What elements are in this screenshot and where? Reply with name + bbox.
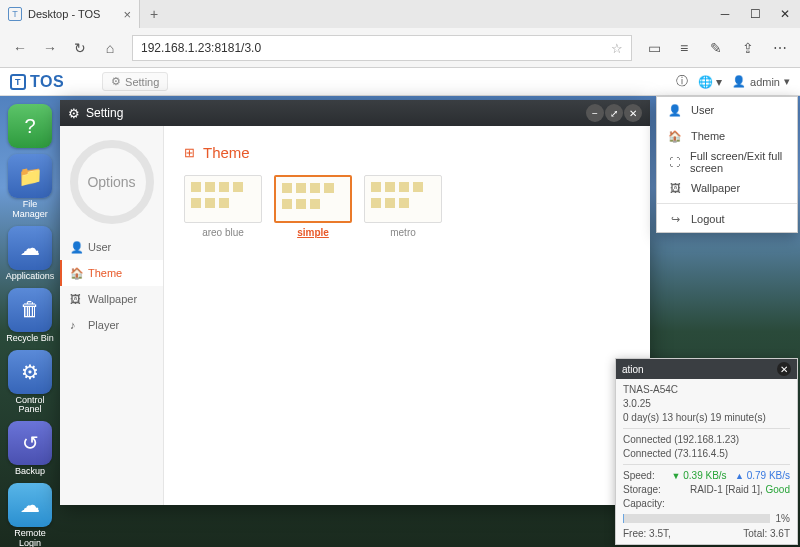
user-dropdown-menu: 👤User🏠Theme⛶Full screen/Exit full screen… bbox=[656, 96, 798, 233]
capacity-bar bbox=[623, 514, 770, 523]
window-close-button[interactable]: ✕ bbox=[624, 104, 642, 122]
info-uptime: 0 day(s) 13 hour(s) 19 minute(s) bbox=[623, 412, 790, 423]
notes-icon[interactable]: ✎ bbox=[702, 34, 730, 62]
info-hostname: TNAS-A54C bbox=[623, 384, 790, 395]
options-circle: Options bbox=[70, 140, 154, 224]
taskbar-item-setting[interactable]: ⚙ Setting bbox=[102, 72, 168, 91]
info-icon[interactable]: ⓘ bbox=[676, 73, 688, 90]
sidebar-item-user[interactable]: 👤User bbox=[60, 234, 163, 260]
dock-label: Remote Login bbox=[14, 529, 46, 547]
sidebar-item-player[interactable]: ♪Player bbox=[60, 312, 163, 338]
capacity-percent: 1% bbox=[776, 513, 790, 524]
info-speed-row: Speed: ▼ 0.39 KB/s ▲ 0.79 KB/s bbox=[623, 470, 790, 481]
dock-item[interactable]: ? bbox=[4, 104, 56, 148]
reading-list-icon[interactable]: ▭ bbox=[640, 34, 668, 62]
dock-icon: ⚙ bbox=[8, 350, 52, 394]
theme-card-simple[interactable]: simple bbox=[274, 175, 352, 238]
window-buttons: ─ ☐ ✕ bbox=[710, 0, 800, 28]
window-close-button[interactable]: ✕ bbox=[770, 0, 800, 28]
tos-desktop: T TOS ⚙ Setting ⓘ 🌐 ▾ 👤 admin ▾ ?📁File M… bbox=[0, 68, 800, 547]
taskbar-item-label: Setting bbox=[125, 76, 159, 88]
dock-item[interactable]: ⚙Control Panel bbox=[4, 350, 56, 416]
window-minimize-button[interactable]: ─ bbox=[710, 0, 740, 28]
nav-refresh-button[interactable]: ↻ bbox=[66, 34, 94, 62]
info-panel-header[interactable]: ation ✕ bbox=[616, 359, 797, 379]
theme-thumbnail bbox=[184, 175, 262, 223]
dock-icon: ☁ bbox=[8, 226, 52, 270]
themes-row: areo blue simple metro bbox=[184, 175, 630, 238]
user-icon: 👤 bbox=[70, 241, 82, 253]
dock-icon: 🗑 bbox=[8, 288, 52, 332]
theme-header: ⊞ Theme bbox=[184, 144, 630, 161]
menu-item-label: User bbox=[691, 104, 714, 116]
more-icon[interactable]: ⋯ bbox=[766, 34, 794, 62]
gear-icon: ⚙ bbox=[111, 75, 121, 88]
sidebar-item-label: Wallpaper bbox=[88, 293, 137, 305]
info-panel-title: ation bbox=[622, 364, 644, 375]
menu-item-icon: 🖼 bbox=[669, 182, 681, 194]
storage-label: Storage: bbox=[623, 484, 661, 495]
tab-close-icon[interactable]: × bbox=[123, 7, 131, 22]
globe-icon[interactable]: 🌐 ▾ bbox=[698, 75, 722, 89]
dock-icon: ↺ bbox=[8, 421, 52, 465]
nav-home-button[interactable]: ⌂ bbox=[96, 34, 124, 62]
sidebar-item-theme[interactable]: 🏠Theme bbox=[60, 260, 163, 286]
window-controls: − ⤢ ✕ bbox=[586, 104, 642, 122]
share-icon[interactable]: ⇪ bbox=[734, 34, 762, 62]
info-version: 3.0.25 bbox=[623, 398, 790, 409]
theme-card-areo-blue[interactable]: areo blue bbox=[184, 175, 262, 238]
menu-item-theme[interactable]: 🏠Theme bbox=[657, 123, 797, 149]
browser-nav-row: ← → ↻ ⌂ 192.168.1.23:8181/3.0 ☆ ▭ ≡ ✎ ⇪ … bbox=[0, 28, 800, 68]
storage-status: Good bbox=[766, 484, 790, 495]
tos-logo[interactable]: T TOS bbox=[10, 73, 64, 91]
menu-item-user[interactable]: 👤User bbox=[657, 97, 797, 123]
theme-name: areo blue bbox=[202, 227, 244, 238]
sidebar-item-wallpaper[interactable]: 🖼Wallpaper bbox=[60, 286, 163, 312]
window-maximize-button[interactable]: ⤢ bbox=[605, 104, 623, 122]
settings-window-titlebar[interactable]: ⚙ Setting − ⤢ ✕ bbox=[60, 100, 650, 126]
new-tab-button[interactable]: + bbox=[140, 6, 168, 22]
tos-logo-icon: T bbox=[10, 74, 26, 90]
nav-forward-button[interactable]: → bbox=[36, 34, 64, 62]
dock-item[interactable]: ☁Remote Login bbox=[4, 483, 56, 547]
theme-thumbnail bbox=[274, 175, 352, 223]
menu-item-label: Wallpaper bbox=[691, 182, 740, 194]
upload-speed: ▲ 0.79 KB/s bbox=[735, 470, 790, 481]
theme-card-metro[interactable]: metro bbox=[364, 175, 442, 238]
menu-item-label: Theme bbox=[691, 130, 725, 142]
info-storage-row: Storage: RAID-1 [Raid 1], Good bbox=[623, 484, 790, 495]
bookmark-star-icon[interactable]: ☆ bbox=[611, 41, 623, 56]
options-label: Options bbox=[87, 174, 135, 190]
sidebar-item-label: Theme bbox=[88, 267, 122, 279]
address-bar[interactable]: 192.168.1.23:8181/3.0 ☆ bbox=[132, 35, 632, 61]
browser-tab[interactable]: T Desktop - TOS × bbox=[0, 0, 140, 28]
theme-name: simple bbox=[297, 227, 329, 238]
info-connection-1: Connected (192.168.1.23) bbox=[623, 434, 790, 445]
dock-item[interactable]: 📁File Manager bbox=[4, 154, 56, 220]
user-menu-button[interactable]: 👤 admin ▾ bbox=[732, 75, 790, 88]
hub-menu-icon[interactable]: ≡ bbox=[670, 34, 698, 62]
menu-item-full-screen-exit-full-screen[interactable]: ⛶Full screen/Exit full screen bbox=[657, 149, 797, 175]
settings-window-body: Options 👤User🏠Theme🖼Wallpaper♪Player ⊞ T… bbox=[60, 126, 650, 505]
menu-item-wallpaper[interactable]: 🖼Wallpaper bbox=[657, 175, 797, 201]
window-maximize-button[interactable]: ☐ bbox=[740, 0, 770, 28]
browser-chrome: T Desktop - TOS × + ─ ☐ ✕ ← → ↻ ⌂ 192.16… bbox=[0, 0, 800, 68]
menu-item-label: Logout bbox=[691, 213, 725, 225]
window-minimize-button[interactable]: − bbox=[586, 104, 604, 122]
dock-icon: ☁ bbox=[8, 483, 52, 527]
info-connection-2: Connected (73.116.4.5) bbox=[623, 448, 790, 459]
gear-icon: ⚙ bbox=[68, 106, 80, 121]
total-space: Total: 3.6T bbox=[743, 528, 790, 539]
nav-back-button[interactable]: ← bbox=[6, 34, 34, 62]
dock-item[interactable]: 🗑Recycle Bin bbox=[4, 288, 56, 344]
browser-tabs-row: T Desktop - TOS × + ─ ☐ ✕ bbox=[0, 0, 800, 28]
dock-item[interactable]: ↺Backup bbox=[4, 421, 56, 477]
dock-item[interactable]: ☁Applications bbox=[4, 226, 56, 282]
menu-item-logout[interactable]: ↪ Logout bbox=[657, 206, 797, 232]
dock-icon: ? bbox=[8, 104, 52, 148]
sidebar-item-label: Player bbox=[88, 319, 119, 331]
dock-label: Recycle Bin bbox=[6, 334, 54, 344]
close-icon[interactable]: ✕ bbox=[777, 362, 791, 376]
theme-name: metro bbox=[390, 227, 416, 238]
menu-item-icon: 🏠 bbox=[669, 130, 681, 143]
